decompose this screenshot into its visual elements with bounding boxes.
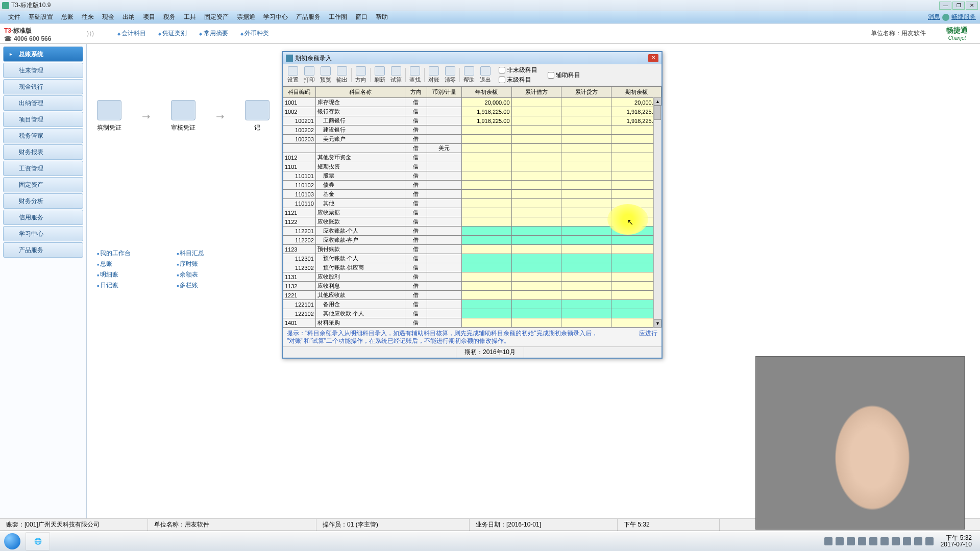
cell-year-balance[interactable] <box>461 309 511 318</box>
cell-name[interactable]: 应收票据 <box>315 208 405 217</box>
tray-icon[interactable] <box>914 537 922 545</box>
cell-debit[interactable] <box>511 282 561 291</box>
cell-currency[interactable] <box>427 227 461 236</box>
cell-name[interactable]: 银行存款 <box>315 107 405 116</box>
cell-debit[interactable] <box>511 98 561 107</box>
cell-debit[interactable] <box>511 309 561 318</box>
menu-6[interactable]: 项目 <box>139 13 159 21</box>
cell-currency[interactable] <box>427 116 461 126</box>
cell-currency[interactable] <box>427 171 461 181</box>
tray-icon[interactable] <box>869 537 877 545</box>
cell-code[interactable]: 1001 <box>283 98 316 107</box>
scroll-up-button[interactable]: ▲ <box>654 97 662 106</box>
column-header[interactable]: 累计借方 <box>511 87 561 98</box>
cell-debit[interactable] <box>511 291 561 300</box>
menu-3[interactable]: 往来 <box>78 13 98 21</box>
toolbar-输出[interactable]: 输出 <box>334 65 350 85</box>
workflow-node-2[interactable]: 记 <box>245 100 270 132</box>
tray-icon[interactable] <box>903 537 911 545</box>
cell-year-balance[interactable] <box>461 126 511 135</box>
cell-year-balance[interactable] <box>461 245 511 254</box>
start-button[interactable] <box>0 531 24 552</box>
table-row[interactable]: 1401材料采购借 <box>283 318 662 328</box>
cell-code[interactable]: 1131 <box>283 272 316 282</box>
cell-direction[interactable]: 借 <box>405 135 427 144</box>
cell-direction[interactable]: 借 <box>405 217 427 227</box>
column-header[interactable]: 科目编码 <box>283 87 316 98</box>
cell-name[interactable]: 应收账款 <box>315 217 405 227</box>
cell-debit[interactable] <box>511 272 561 282</box>
leaf-checkbox[interactable]: 末级科目 <box>499 76 537 84</box>
cell-direction[interactable]: 借 <box>405 227 427 236</box>
dialog-close-button[interactable]: ✕ <box>648 54 658 62</box>
tray-clock[interactable]: 下午 5:32 2017-07-10 <box>937 535 976 548</box>
sidebar-item-7[interactable]: 工资管理 <box>3 161 83 176</box>
cell-currency[interactable] <box>427 208 461 217</box>
cell-code[interactable]: 1221 <box>283 291 316 300</box>
cell-year-balance[interactable] <box>461 153 511 162</box>
report-link[interactable]: 科目汇总 <box>177 248 204 259</box>
cell-direction[interactable]: 借 <box>405 190 427 199</box>
column-header[interactable]: 期初余额 <box>611 87 662 98</box>
column-header[interactable]: 科目名称 <box>315 87 405 98</box>
cell-direction[interactable]: 借 <box>405 126 427 135</box>
cell-debit[interactable] <box>511 227 561 236</box>
toolbar-刷新[interactable]: 刷新 <box>372 65 388 85</box>
cell-code[interactable]: 1122 <box>283 217 316 227</box>
cell-direction[interactable]: 借 <box>405 300 427 309</box>
cell-direction[interactable]: 借 <box>405 236 427 245</box>
cell-currency[interactable] <box>427 181 461 190</box>
cell-name[interactable]: 其他应收款 <box>315 291 405 300</box>
cell-year-balance[interactable]: 1,918,225.00 <box>461 107 511 116</box>
cell-currency[interactable] <box>427 263 461 272</box>
cell-name[interactable]: 应收股利 <box>315 272 405 282</box>
cell-name[interactable]: 股票 <box>315 171 405 181</box>
sidebar-item-3[interactable]: 出纳管理 <box>3 95 83 111</box>
menu-2[interactable]: 总账 <box>57 13 78 21</box>
table-row[interactable]: 1122应收账款借 <box>283 217 662 227</box>
cell-name[interactable]: 预付账款-供应商 <box>315 263 405 272</box>
menu-14[interactable]: 窗口 <box>351 13 372 21</box>
cell-currency[interactable] <box>427 126 461 135</box>
cell-direction[interactable]: 借 <box>405 272 427 282</box>
tray-icon[interactable] <box>858 537 866 545</box>
cell-code[interactable]: 112201 <box>283 227 316 236</box>
service-link[interactable]: 畅捷服务 <box>951 13 976 21</box>
cell-currency[interactable] <box>427 236 461 245</box>
table-row[interactable]: 122102其他应收款-个人借 <box>283 309 662 318</box>
cell-name[interactable]: 应收利息 <box>315 282 405 291</box>
table-row[interactable]: 110101股票借 <box>283 171 662 181</box>
cell-debit[interactable] <box>511 217 561 227</box>
cell-credit[interactable] <box>561 116 611 126</box>
cell-direction[interactable]: 借 <box>405 199 427 208</box>
tray-icon[interactable] <box>925 537 934 545</box>
report-link[interactable]: 日记账 <box>97 280 131 291</box>
cell-credit[interactable] <box>561 263 611 272</box>
cell-code[interactable]: 112301 <box>283 254 316 263</box>
cell-name[interactable]: 短期投资 <box>315 162 405 171</box>
cell-currency[interactable] <box>427 309 461 318</box>
sublink-0[interactable]: 会计科目 <box>117 29 146 38</box>
cell-year-balance[interactable] <box>461 171 511 181</box>
sidebar-item-10[interactable]: 信用服务 <box>3 210 83 225</box>
cell-currency[interactable] <box>427 199 461 208</box>
workflow-label[interactable]: 审核凭证 <box>171 123 195 132</box>
cell-name[interactable]: 美元账户 <box>315 135 405 144</box>
grid-scrollbar[interactable]: ▲ ▼ <box>653 97 662 328</box>
menu-1[interactable]: 基础设置 <box>24 13 57 21</box>
table-row[interactable]: 借美元 <box>283 144 662 153</box>
table-row[interactable]: 1132应收利息借 <box>283 282 662 291</box>
cell-name[interactable] <box>315 144 405 153</box>
tray-icon[interactable] <box>836 537 844 545</box>
cell-year-balance[interactable] <box>461 282 511 291</box>
cell-debit[interactable] <box>511 208 561 217</box>
cell-credit[interactable] <box>561 208 611 217</box>
toolbar-帮助[interactable]: 帮助 <box>461 65 477 85</box>
cell-currency[interactable] <box>427 217 461 227</box>
cell-currency[interactable] <box>427 107 461 116</box>
cell-name[interactable]: 预付账款-个人 <box>315 254 405 263</box>
table-row[interactable]: 100201工商银行借1,918,225.001,918,225.00 <box>283 116 662 126</box>
cell-code[interactable]: 110101 <box>283 171 316 181</box>
menu-15[interactable]: 帮助 <box>372 13 392 21</box>
sidebar-item-2[interactable]: 现金银行 <box>3 79 83 94</box>
